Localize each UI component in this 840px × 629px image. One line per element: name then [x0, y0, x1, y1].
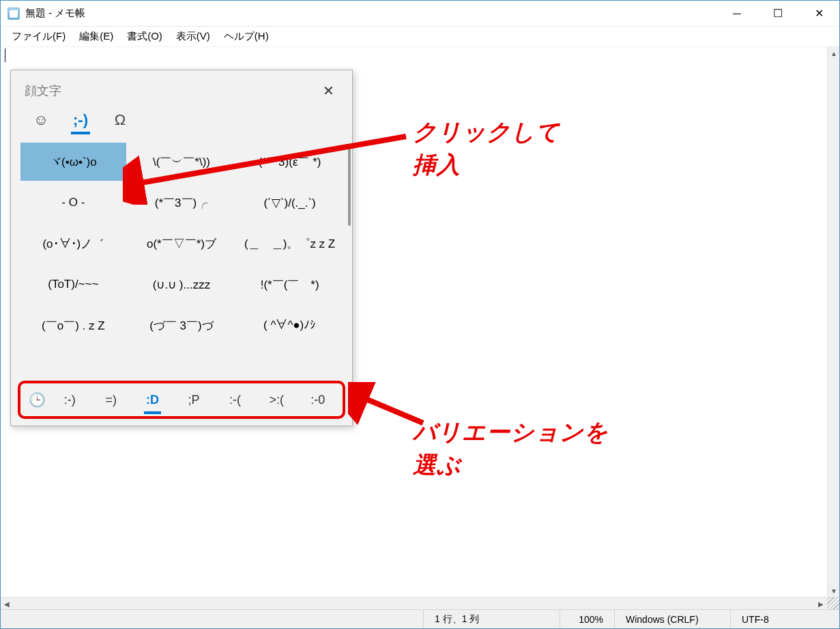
- grid-scrollbar[interactable]: [348, 144, 351, 226]
- kaomoji-panel: 顔文字 ✕ ☺ ;-) Ω ヾ(•ω•`)o \(￣︶￣*\)) (*￣3)(ε…: [10, 70, 353, 426]
- menu-help[interactable]: ヘルプ(H): [217, 27, 276, 46]
- window-title: 無題 - メモ帳: [25, 7, 716, 20]
- kaomoji-item[interactable]: (´▽`)/(._.`): [237, 184, 343, 222]
- notepad-icon: [8, 8, 20, 20]
- statusbar: 1 行、1 列 100% Windows (CRLF) UTF-8: [1, 609, 839, 628]
- tab-kaomoji[interactable]: ;-): [67, 111, 94, 134]
- annotation-line: 選ぶ: [413, 452, 461, 478]
- kaomoji-item[interactable]: o(*￣▽￣*)ブ: [129, 224, 235, 263]
- kaomoji-item[interactable]: (＿ ＿)。゜z z Z: [237, 224, 343, 263]
- variation-item[interactable]: :D: [132, 389, 173, 411]
- variation-item[interactable]: >:(: [256, 389, 298, 411]
- tab-symbol[interactable]: Ω: [106, 111, 134, 134]
- titlebar: 無題 - メモ帳 ─ ☐ ✕: [1, 1, 839, 27]
- kaomoji-item[interactable]: (*￣3)(ε￣ *): [237, 143, 343, 181]
- vertical-scrollbar[interactable]: ▲ ▼: [827, 47, 839, 597]
- kaomoji-item[interactable]: (o･∀･)ノ゛: [20, 224, 126, 263]
- annotation-line: バリエーションを: [413, 419, 609, 445]
- kaomoji-grid: ヾ(•ω•`)o \(￣︶￣*\)) (*￣3)(ε￣ *) - O - (*￣…: [11, 134, 352, 377]
- menubar: ファイル(F) 編集(E) 書式(O) 表示(V) ヘルプ(H): [1, 27, 839, 47]
- kaomoji-item[interactable]: - O -: [20, 184, 126, 222]
- variation-bar: 🕒 :-) =) :D ;P :-( >:( :-0: [18, 381, 345, 419]
- annotation-line: クリックして: [413, 119, 560, 145]
- menu-file[interactable]: ファイル(F): [5, 27, 72, 46]
- close-button[interactable]: ✕: [798, 1, 839, 26]
- panel-close-button[interactable]: ✕: [316, 80, 341, 102]
- kaomoji-item[interactable]: !(*￣(￣ *): [237, 265, 343, 304]
- text-cursor: [5, 48, 5, 62]
- variation-item[interactable]: :-0: [297, 389, 338, 411]
- window-controls: ─ ☐ ✕: [716, 1, 839, 26]
- maximize-button[interactable]: ☐: [757, 1, 798, 26]
- scroll-down-icon[interactable]: ▼: [828, 585, 839, 597]
- annotation-click-insert: クリックして 挿入: [413, 116, 560, 181]
- horizontal-scrollbar[interactable]: ◀ ▶: [1, 597, 839, 609]
- annotation-line: 挿入: [413, 151, 461, 177]
- panel-header: 顔文字 ✕: [11, 70, 352, 107]
- panel-tabs: ☺ ;-) Ω: [11, 107, 352, 134]
- menu-format[interactable]: 書式(O): [120, 27, 169, 46]
- kaomoji-item[interactable]: (ToT)/~~~: [20, 265, 126, 304]
- scroll-right-icon[interactable]: ▶: [815, 598, 827, 610]
- menu-edit[interactable]: 編集(E): [72, 27, 120, 46]
- kaomoji-item[interactable]: (づ￣ 3￣)づ: [129, 306, 235, 345]
- scroll-up-icon[interactable]: ▲: [828, 47, 839, 59]
- status-position: 1 行、1 列: [423, 610, 560, 628]
- variation-item[interactable]: ;P: [173, 389, 215, 411]
- kaomoji-item[interactable]: \(￣︶￣*\)): [129, 143, 235, 181]
- panel-title: 顔文字: [25, 83, 316, 99]
- variation-item[interactable]: :-): [49, 389, 91, 411]
- scroll-left-icon[interactable]: ◀: [1, 598, 13, 610]
- recent-icon[interactable]: 🕒: [25, 392, 49, 408]
- status-zoom: 100%: [560, 610, 614, 628]
- tab-emoji[interactable]: ☺: [27, 111, 55, 134]
- variation-item[interactable]: :-(: [214, 389, 256, 411]
- kaomoji-item[interactable]: (*￣3￣)╭: [129, 184, 235, 222]
- kaomoji-item[interactable]: (￣o￣) . z Z: [20, 306, 126, 345]
- menu-view[interactable]: 表示(V): [169, 27, 217, 46]
- variation-item[interactable]: =): [91, 389, 132, 411]
- status-encoding: UTF-8: [730, 610, 839, 628]
- kaomoji-item[interactable]: ヾ(•ω•`)o: [20, 143, 126, 181]
- kaomoji-item[interactable]: ( ^∀^●)ﾉｼ: [237, 306, 343, 345]
- resize-grip-icon[interactable]: [827, 597, 839, 609]
- minimize-button[interactable]: ─: [716, 1, 757, 26]
- annotation-variation: バリエーションを 選ぶ: [413, 416, 609, 481]
- kaomoji-item[interactable]: (∪.∪ )...zzz: [129, 265, 235, 304]
- status-line-ending: Windows (CRLF): [614, 610, 730, 628]
